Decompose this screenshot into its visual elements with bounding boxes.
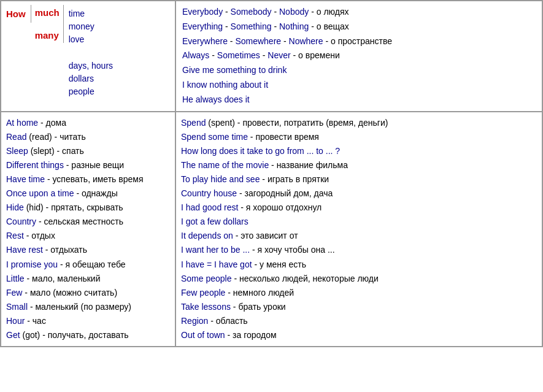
cell-top-right: Everybody - Somebody - Nobody - о людях …	[175, 1, 542, 112]
entry-few: Few - мало (можно считать)	[6, 286, 170, 300]
entry-small: Small - маленький (по размеру)	[6, 300, 170, 314]
many-words: days, hours dollars people	[69, 60, 113, 98]
entry-take-lessons: Take lessons - брать уроки	[181, 300, 537, 314]
entry-play-hide: To play hide and see - играть в прятки	[181, 172, 537, 186]
nobody: Nobody	[279, 7, 309, 17]
much-label: much	[35, 7, 60, 18]
entry-rest: Rest - отдых	[6, 229, 170, 243]
entry-once-upon: Once upon a time - однажды	[6, 186, 170, 201]
entry-hide: Hide (hid) - прятать, скрывать	[6, 201, 170, 215]
entry-some-people: Some people - несколько людей, некоторые…	[181, 272, 537, 286]
word-love: love	[69, 33, 113, 46]
entry-have-rest: Have rest - отдыхать	[6, 243, 170, 257]
line-4: Always - Sometimes - Never - о времени	[182, 48, 536, 63]
entry-country: Country - сельская местность	[6, 215, 170, 229]
entry-country-house: Country house - загородный дом, дача	[181, 186, 537, 201]
word-money: money	[69, 20, 113, 33]
cell-bottom-right: Spend (spent) - провести, потратить (вре…	[175, 112, 542, 347]
words-col: time money love days, hours dollars peop…	[64, 5, 118, 101]
always: Always	[182, 50, 209, 60]
word-time: time	[69, 7, 113, 20]
entry-little: Little - мало, маленький	[6, 272, 170, 286]
everywhere: Everywhere	[182, 36, 228, 46]
line-2: Everything - Something - Nothing - о вещ…	[182, 20, 536, 34]
entry-want-her-to-be: I want her to be ... - я хочу чтобы она …	[181, 243, 537, 257]
entry-sleep: Sleep (slept) - спать	[6, 144, 170, 158]
many-label: many	[35, 30, 60, 40]
much-words: time money love	[69, 7, 113, 46]
entry-at-home: At home - дома	[6, 116, 170, 130]
everything: Everything	[182, 21, 223, 31]
how-label: How	[1, 5, 31, 23]
entry-few-people: Few people - немного людей	[181, 286, 537, 300]
everybody: Everybody	[182, 7, 223, 17]
word-days-hours: days, hours	[69, 60, 113, 72]
nothing: Nothing	[279, 21, 309, 31]
entry-i-promise: I promise you - я обещаю тебе	[6, 258, 170, 272]
entry-got-few-dollars: I got a few dollars	[181, 215, 537, 229]
entry-read: Read (read) - читать	[6, 130, 170, 144]
somewhere: Somewhere	[235, 36, 281, 46]
entry-different-things: Different things - разные вещи	[6, 158, 170, 172]
cell-top-left: How much many time money love days, hour…	[1, 1, 175, 112]
entry-region: Region - область	[181, 314, 537, 328]
sometimes: Sometimes	[217, 50, 260, 60]
entry-spend-some-time: Spend some time - провести время	[181, 130, 537, 144]
entry-have-time: Have time - успевать, иметь время	[6, 172, 170, 186]
nowhere: Nowhere	[289, 36, 323, 46]
line-7: He always does it	[182, 93, 536, 107]
entry-name-of-movie: The name of the movie - название фильма	[181, 158, 537, 172]
entry-depends-on: It depends on - это зависит от	[181, 229, 537, 243]
entry-get: Get (got) - получать, доставать	[6, 328, 170, 342]
line-5: Give me something to drink	[182, 63, 536, 78]
entry-had-good-rest: I had good rest - я хорошо отдохнул	[181, 201, 537, 215]
word-dollars: dollars	[69, 72, 113, 85]
somebody: Somebody	[231, 7, 272, 17]
entry-spend: Spend (spent) - провести, потратить (вре…	[181, 116, 537, 130]
word-people: people	[69, 85, 113, 98]
entry-hour: Hour - час	[6, 314, 170, 328]
line-1: Everybody - Somebody - Nobody - о людях	[182, 5, 536, 20]
much-many-col: much many	[31, 5, 64, 43]
main-grid: How much many time money love days, hour…	[0, 0, 543, 347]
line-6: I know nothing about it	[182, 78, 536, 93]
never: Never	[268, 50, 290, 60]
cell-bottom-left: At home - дома Read (read) - читать Slee…	[1, 112, 175, 347]
entry-i-have: I have = I have got - у меня есть	[181, 258, 537, 272]
line-3: Everywhere - Somewhere - Nowhere - о про…	[182, 34, 536, 49]
entry-how-long: How long does it take to go from ... to …	[181, 144, 537, 158]
entry-out-of-town: Out of town - за городом	[181, 328, 537, 342]
something: Something	[231, 21, 272, 31]
